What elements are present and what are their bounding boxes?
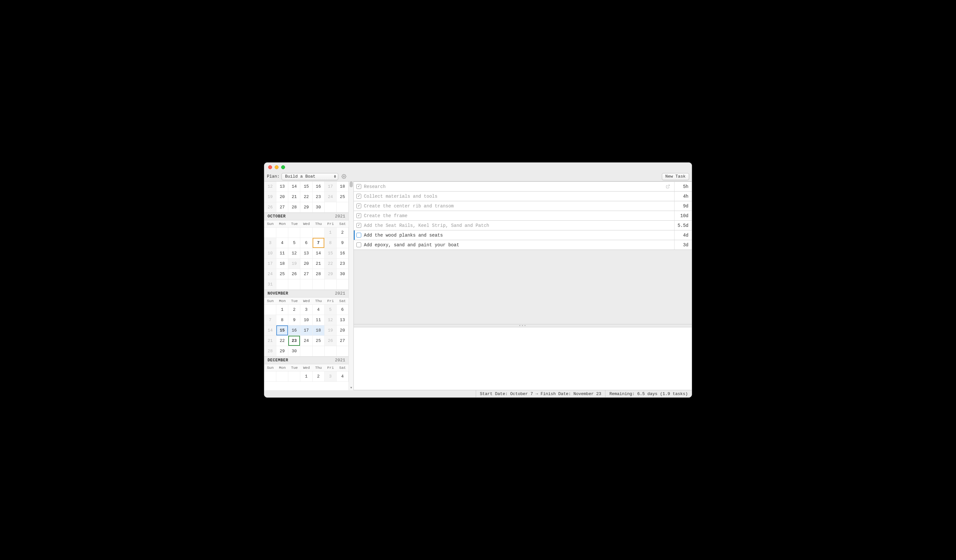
- notes-area[interactable]: [354, 327, 692, 390]
- calendar-day[interactable]: 4: [336, 372, 349, 382]
- scroll-down-arrow-icon[interactable]: ▼: [349, 386, 354, 390]
- calendar-day[interactable]: 16: [336, 248, 349, 259]
- calendar-day[interactable]: 19: [325, 325, 336, 336]
- calendar-day[interactable]: 10: [300, 315, 312, 325]
- calendar-day[interactable]: 29: [325, 269, 336, 279]
- calendar-day[interactable]: 17: [325, 182, 336, 192]
- task-duration[interactable]: 10d: [674, 211, 692, 220]
- task-duration[interactable]: 4d: [674, 231, 692, 240]
- calendar-day[interactable]: 17: [264, 259, 276, 269]
- calendar-day[interactable]: 28: [264, 346, 276, 356]
- zoom-window-button[interactable]: [281, 165, 285, 169]
- task-duration[interactable]: 5h: [674, 182, 692, 191]
- calendar-day[interactable]: 3: [300, 304, 312, 315]
- task-checkbox[interactable]: [356, 194, 361, 199]
- calendar-day[interactable]: 17: [300, 325, 312, 336]
- calendar-day[interactable]: 18: [276, 259, 288, 269]
- calendar-day[interactable]: 14: [288, 182, 300, 192]
- calendar-day[interactable]: 16: [288, 325, 300, 336]
- calendar-day[interactable]: 23: [336, 259, 349, 269]
- calendar-day[interactable]: 12: [264, 182, 276, 192]
- calendar-day[interactable]: 22: [276, 336, 288, 346]
- calendar-day[interactable]: 15: [325, 248, 336, 259]
- calendar-day[interactable]: 31: [264, 279, 276, 290]
- split-handle[interactable]: •••: [354, 324, 692, 327]
- calendar-day[interactable]: 18: [336, 182, 349, 192]
- calendar-day[interactable]: 5: [325, 304, 336, 315]
- task-row[interactable]: Add the wood planks and seats4d: [354, 231, 692, 240]
- calendar-day[interactable]: 9: [288, 315, 300, 325]
- calendar-day[interactable]: 28: [313, 269, 325, 279]
- task-checkbox[interactable]: [356, 233, 361, 238]
- calendar-day[interactable]: 30: [336, 269, 349, 279]
- calendar-day[interactable]: 25: [336, 192, 349, 202]
- calendar-day[interactable]: 2: [288, 304, 300, 315]
- calendar-day[interactable]: 27: [276, 202, 288, 213]
- calendar-day[interactable]: 23: [288, 336, 300, 346]
- task-row[interactable]: Add epoxy, sand and paint your boat3d: [354, 240, 692, 250]
- scrollbar-thumb[interactable]: [349, 182, 353, 187]
- close-window-button[interactable]: [268, 165, 272, 169]
- calendar-day[interactable]: 7: [313, 238, 325, 248]
- calendar-day[interactable]: 2: [313, 372, 325, 382]
- task-row[interactable]: Add the Seat Rails, Keel Strip, Sand and…: [354, 221, 692, 231]
- calendar-day[interactable]: 22: [300, 192, 312, 202]
- task-external-link[interactable]: [664, 184, 671, 188]
- calendar-day[interactable]: 16: [313, 182, 325, 192]
- calendar-day[interactable]: 3: [264, 238, 276, 248]
- calendar-day[interactable]: 5: [288, 238, 300, 248]
- calendar-day[interactable]: 12: [288, 248, 300, 259]
- calendar-day[interactable]: 20: [300, 259, 312, 269]
- calendar-day[interactable]: 6: [300, 238, 312, 248]
- calendar-day[interactable]: 9: [336, 238, 349, 248]
- calendar-day[interactable]: 14: [264, 325, 276, 336]
- task-duration[interactable]: 5.5d: [674, 221, 692, 230]
- calendar-day[interactable]: 26: [264, 202, 276, 213]
- calendar-day[interactable]: 18: [313, 325, 325, 336]
- calendar-day[interactable]: 20: [276, 192, 288, 202]
- calendar-day[interactable]: 30: [313, 202, 325, 213]
- calendar-day[interactable]: 13: [276, 182, 288, 192]
- task-row[interactable]: Create the center rib and transom9d: [354, 201, 692, 211]
- calendar-day[interactable]: 25: [276, 269, 288, 279]
- calendar-day[interactable]: 21: [288, 192, 300, 202]
- calendar-scroll[interactable]: 12131415161718192021222324252627282930OC…: [264, 182, 349, 390]
- new-task-button[interactable]: New Task: [662, 173, 689, 180]
- calendar-day[interactable]: 21: [264, 336, 276, 346]
- task-row[interactable]: Collect materials and tools4h: [354, 191, 692, 201]
- task-row[interactable]: Research5h: [354, 182, 692, 191]
- calendar-day[interactable]: 4: [276, 238, 288, 248]
- calendar-day[interactable]: 11: [276, 248, 288, 259]
- calendar-day[interactable]: 27: [300, 269, 312, 279]
- calendar-day[interactable]: 6: [336, 304, 349, 315]
- task-row[interactable]: Create the frame10d: [354, 211, 692, 221]
- calendar-day[interactable]: 4: [313, 304, 325, 315]
- task-checkbox[interactable]: [356, 213, 361, 218]
- calendar-scrollbar[interactable]: ▼: [349, 182, 354, 390]
- task-checkbox[interactable]: [356, 204, 361, 209]
- calendar-day[interactable]: 24: [264, 269, 276, 279]
- plan-select[interactable]: Build a Boat: [281, 173, 338, 180]
- calendar-day[interactable]: 12: [325, 315, 336, 325]
- task-checkbox[interactable]: [356, 184, 361, 189]
- calendar-day[interactable]: 26: [288, 269, 300, 279]
- calendar-day[interactable]: 1: [300, 372, 312, 382]
- calendar-day[interactable]: 3: [325, 372, 336, 382]
- calendar-day[interactable]: 10: [264, 248, 276, 259]
- calendar-day[interactable]: 29: [276, 346, 288, 356]
- calendar-day[interactable]: 15: [300, 182, 312, 192]
- calendar-day[interactable]: 20: [336, 325, 349, 336]
- calendar-day[interactable]: 19: [264, 192, 276, 202]
- calendar-day[interactable]: 2: [336, 227, 349, 238]
- calendar-day[interactable]: 7: [264, 315, 276, 325]
- settings-button[interactable]: [340, 173, 347, 180]
- task-duration[interactable]: 3d: [674, 240, 692, 249]
- calendar-day[interactable]: 19: [288, 259, 300, 269]
- task-checkbox[interactable]: [356, 242, 361, 247]
- calendar-day[interactable]: 24: [325, 192, 336, 202]
- calendar-day[interactable]: 23: [313, 192, 325, 202]
- calendar-day[interactable]: 11: [313, 315, 325, 325]
- calendar-day[interactable]: 28: [288, 202, 300, 213]
- calendar-day[interactable]: 13: [336, 315, 349, 325]
- calendar-day[interactable]: 14: [313, 248, 325, 259]
